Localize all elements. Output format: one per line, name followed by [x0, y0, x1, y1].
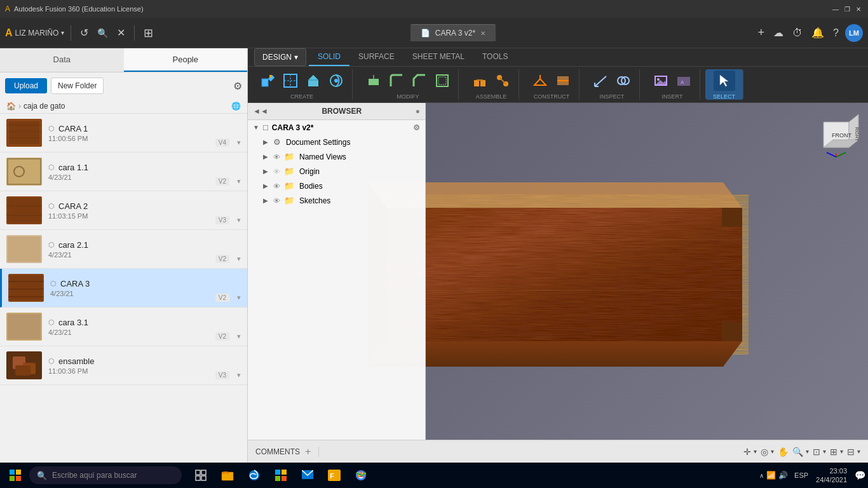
taskbar-store-button[interactable]	[268, 463, 294, 488]
tab-tools[interactable]: TOOLS	[473, 48, 517, 66]
browser-collapse-icon[interactable]: ◄◄	[253, 107, 268, 116]
taskbar-chrome-button[interactable]	[348, 463, 374, 488]
file-item-cara11[interactable]: ⬡ cara 1.1 4/23/21 V2 ▾	[0, 152, 247, 191]
refresh-button[interactable]: ↺	[78, 24, 91, 41]
construct-midplane-button[interactable]	[552, 71, 574, 91]
create-extrude-button[interactable]	[302, 71, 324, 91]
create-revolve-button[interactable]	[325, 71, 347, 91]
globe-button[interactable]: 🌐	[231, 102, 241, 111]
orbit-menu[interactable]: ▾	[771, 448, 774, 455]
add-tab-button[interactable]: +	[756, 24, 768, 42]
tab-people[interactable]: People	[124, 48, 248, 72]
assemble-new-comp-button[interactable]	[469, 71, 491, 91]
browser-item-bodies[interactable]: ▶ 👁 📁 Bodies	[248, 179, 425, 193]
panel-settings-button[interactable]: ⚙	[233, 80, 242, 92]
insert-image-button[interactable]	[650, 71, 672, 91]
file-item-cara1[interactable]: ⬡ CARA 1 11:00:56 PM V4 ▾	[0, 114, 247, 152]
taskbar-fusion360-button[interactable]: F	[322, 463, 347, 488]
file-chevron-cara31[interactable]: ▾	[237, 332, 241, 341]
browser-pin-icon[interactable]: ●	[416, 107, 420, 116]
view-mode-menu[interactable]: ▾	[840, 448, 843, 455]
taskbar-mail-button[interactable]	[295, 463, 320, 488]
fit-view-button[interactable]: ⊡	[813, 447, 820, 457]
tab-surface[interactable]: SURFACE	[349, 48, 403, 66]
tab-sheetmetal[interactable]: SHEET METAL	[403, 48, 473, 66]
zoom-button[interactable]: 🔍	[792, 447, 803, 457]
file-chevron-cara11[interactable]: ▾	[237, 177, 241, 186]
file-item-cara31[interactable]: ⬡ cara 3.1 4/23/21 V2 ▾	[0, 308, 247, 346]
close-button[interactable]: ✕	[854, 4, 863, 13]
up-arrow-icon[interactable]: ∧	[759, 472, 764, 479]
history-button[interactable]: ⏱	[790, 25, 805, 41]
add-comment-button[interactable]: +	[305, 446, 311, 458]
file-chevron-cara21[interactable]: ▾	[237, 255, 241, 263]
cloud-button[interactable]: ☁	[771, 24, 786, 41]
new-folder-button[interactable]: New Folder	[51, 78, 104, 94]
notifications-button[interactable]: 🔔	[809, 24, 827, 41]
search-button[interactable]: 🔍	[95, 25, 111, 41]
language-indicator[interactable]: ESP	[794, 471, 808, 479]
taskbar-clock[interactable]: 23:03 24/4/2021	[811, 466, 852, 485]
inspect-interference-button[interactable]	[613, 71, 634, 91]
root-settings-icon[interactable]: ⚙	[413, 123, 420, 132]
file-chevron-cara1[interactable]: ▾	[237, 139, 241, 147]
design-button[interactable]: DESIGN ▾	[254, 48, 306, 66]
browser-item-sketches[interactable]: ▶ 👁 📁 Sketches	[248, 193, 425, 208]
new-tab-button[interactable]: ⊞	[141, 24, 156, 43]
file-item-ensamble[interactable]: ⬡ ensamble 11:00:36 PM V3 ▾	[0, 346, 247, 385]
wifi-icon[interactable]: 📶	[766, 471, 776, 480]
view-cube[interactable]: FRONT RIGHT	[811, 109, 862, 160]
view-mode-button[interactable]: ⊞	[830, 447, 837, 457]
notification-button[interactable]: 💬	[855, 470, 865, 480]
browser-item-namedviews[interactable]: ▶ 👁 📁 Named Views	[248, 149, 425, 164]
zoom-menu[interactable]: ▾	[806, 448, 809, 455]
upload-button[interactable]: Upload	[5, 78, 47, 93]
avatar[interactable]: LM	[845, 24, 863, 42]
tab-data[interactable]: Data	[0, 48, 124, 72]
minimize-button[interactable]: —	[831, 4, 840, 13]
fit-menu[interactable]: ▾	[823, 448, 826, 455]
create-new-component-button[interactable]	[257, 71, 278, 91]
insert-decal-button[interactable]: A	[673, 71, 695, 91]
file-item-cara3[interactable]: ⬡ CARA 3 4/23/21 V2 ▾	[0, 269, 247, 308]
help-button[interactable]: ?	[831, 25, 841, 41]
file-chevron-cara2[interactable]: ▾	[237, 216, 241, 224]
canvas-area: ◄◄ BROWSER ● ▼ □ CARA 3 v2* ⚙ ▶ ⚙ Docume…	[248, 103, 868, 440]
orbit-button[interactable]: ◎	[761, 447, 768, 457]
volume-icon[interactable]: 🔊	[778, 471, 788, 480]
construct-offset-plane-button[interactable]	[529, 71, 551, 91]
start-button[interactable]	[3, 463, 28, 488]
file-item-cara21[interactable]: ⬡ cara 2.1 4/23/21 V2 ▾	[0, 230, 247, 269]
user-menu[interactable]: A LIZ MARIÑO ▾	[5, 27, 64, 39]
assemble-joint-button[interactable]	[492, 71, 513, 91]
tab-solid[interactable]: SOLID	[309, 48, 349, 66]
modify-fillet-button[interactable]	[386, 71, 407, 91]
file-chevron-ensamble[interactable]: ▾	[237, 371, 241, 379]
browser-item-docsettings[interactable]: ▶ ⚙ Document Settings	[248, 135, 425, 149]
taskbar-search-box[interactable]: 🔍 Escribe aquí para buscar	[29, 466, 182, 484]
pan-menu[interactable]: ▾	[754, 448, 757, 455]
document-tab[interactable]: 📄 CARA 3 v2* ✕	[410, 24, 496, 41]
select-button[interactable]	[714, 71, 735, 91]
close-tab-button[interactable]: ✕	[480, 30, 485, 37]
taskbar-edge-button[interactable]	[241, 463, 267, 488]
pan-button[interactable]: ✛	[743, 447, 751, 457]
close-panel-button[interactable]: ✕	[114, 24, 128, 41]
file-item-cara2[interactable]: ⬡ CARA 2 11:03:15 PM V3 ▾	[0, 191, 247, 230]
breadcrumb-home[interactable]: 🏠	[6, 102, 16, 111]
grid-button[interactable]: ⊟	[847, 447, 855, 457]
restore-button[interactable]: ❐	[843, 4, 851, 13]
file-chevron-cara3[interactable]: ▾	[237, 294, 241, 302]
modify-chamfer-button[interactable]	[409, 71, 430, 91]
modify-shell-button[interactable]	[431, 71, 453, 91]
taskbar-sys-tray: ∧ 📶 🔊 ESP 23:03 24/4/2021 💬	[756, 466, 865, 485]
browser-item-root[interactable]: ▼ □ CARA 3 v2* ⚙	[248, 120, 425, 135]
hand-tool-button[interactable]: ✋	[778, 447, 789, 457]
create-sketch-button[interactable]	[280, 71, 301, 91]
grid-menu[interactable]: ▾	[857, 448, 860, 455]
inspect-measure-button[interactable]	[590, 71, 611, 91]
modify-press-pull-button[interactable]	[363, 71, 384, 91]
taskbar-explorer-button[interactable]	[215, 463, 240, 488]
browser-item-origin[interactable]: ▶ 👁 📁 Origin	[248, 164, 425, 179]
taskbar-multitask-button[interactable]	[188, 463, 214, 488]
